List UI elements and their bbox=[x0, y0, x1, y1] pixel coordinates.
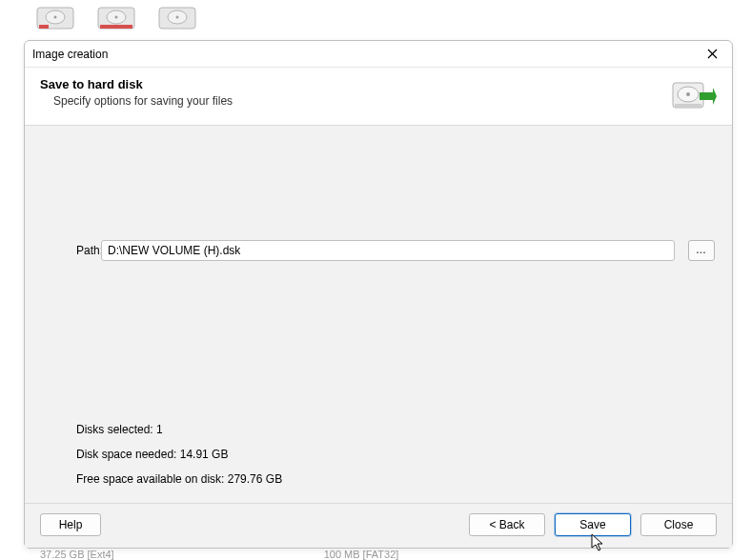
disk-icon bbox=[36, 4, 74, 32]
dialog-body: Path: ... Disks selected: 1 Disk space n… bbox=[25, 126, 732, 503]
close-icon[interactable] bbox=[700, 44, 724, 65]
svg-point-2 bbox=[54, 16, 57, 19]
background-disks bbox=[36, 4, 196, 32]
path-label: Path: bbox=[42, 244, 88, 257]
bg-text: 100 MB [FAT32] bbox=[324, 549, 399, 560]
background-row: 37.25 GB [Ext4] 100 MB [FAT32] bbox=[40, 549, 398, 560]
browse-button[interactable]: ... bbox=[688, 240, 715, 261]
svg-rect-7 bbox=[100, 25, 132, 29]
close-button[interactable]: Close bbox=[640, 513, 717, 536]
value: 1 bbox=[156, 423, 163, 436]
value: 14.91 GB bbox=[180, 448, 229, 461]
svg-point-6 bbox=[115, 16, 118, 19]
subheading: Specify options for saving your files bbox=[40, 94, 660, 108]
summary-info: Disks selected: 1 Disk space needed: 14.… bbox=[42, 423, 715, 486]
svg-rect-3 bbox=[39, 25, 49, 29]
disk-icon bbox=[97, 4, 135, 32]
path-row: Path: ... bbox=[42, 240, 715, 261]
save-button[interactable]: Save bbox=[555, 513, 631, 536]
free-space-line: Free space available on disk: 279.76 GB bbox=[76, 472, 715, 486]
help-button[interactable]: Help bbox=[40, 513, 101, 536]
bg-text: 37.25 GB [Ext4] bbox=[40, 549, 114, 560]
back-button[interactable]: < Back bbox=[469, 513, 545, 536]
hard-disk-save-icon bbox=[671, 77, 717, 115]
value: 279.76 GB bbox=[228, 472, 282, 486]
disks-selected-line: Disks selected: 1 bbox=[76, 423, 715, 436]
dialog-header: Save to hard disk Specify options for sa… bbox=[25, 68, 732, 126]
svg-point-15 bbox=[686, 92, 690, 96]
window-title: Image creation bbox=[32, 48, 108, 61]
titlebar: Image creation bbox=[25, 41, 732, 68]
svg-rect-16 bbox=[675, 104, 701, 107]
label: Disks selected: bbox=[76, 423, 153, 436]
dialog-footer: Help < Back Save Close bbox=[25, 503, 732, 548]
browse-label: ... bbox=[697, 246, 707, 255]
path-input[interactable] bbox=[101, 240, 675, 261]
label: Free space available on disk: bbox=[76, 472, 224, 486]
disk-icon bbox=[158, 4, 196, 32]
svg-point-10 bbox=[176, 16, 179, 19]
heading: Save to hard disk bbox=[40, 77, 660, 91]
image-creation-dialog: Image creation Save to hard disk Specify… bbox=[24, 40, 733, 549]
label: Disk space needed: bbox=[76, 448, 176, 461]
space-needed-line: Disk space needed: 14.91 GB bbox=[76, 448, 715, 461]
